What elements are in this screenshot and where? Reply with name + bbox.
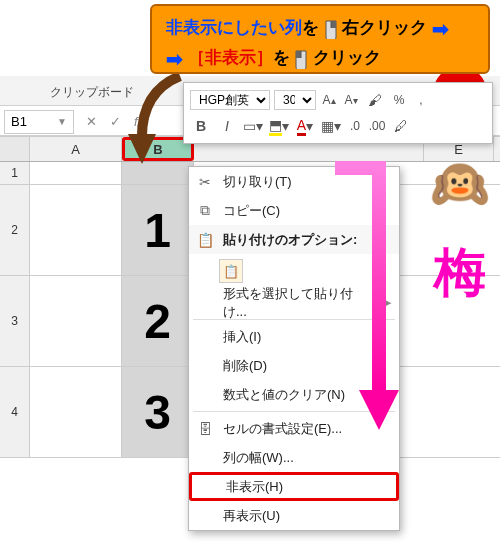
cell-b3[interactable]: 2 [122,276,194,366]
format-cells-icon: 🗄 [195,419,215,439]
merge-button[interactable]: ▦▾ [320,115,342,137]
menu-delete[interactable]: 削除(D) [189,351,399,380]
percent-icon[interactable]: % [390,89,408,111]
callout-text: 非表示にしたい列 [166,18,302,37]
group-clipboard-label: クリップボード [50,84,134,101]
context-menu: ✂ 切り取り(T) ⧉ コピー(C) 📋 貼り付けのオプション: 📋 形式を選択… [188,166,400,531]
increase-font-icon[interactable]: A▴ [320,89,338,111]
menu-paste-options: 📋 [189,254,399,288]
arrow-right-icon: ➡ [432,18,449,40]
bold-button[interactable]: B [190,115,212,137]
svg-rect-0 [331,21,336,28]
ume-text: 梅 [425,228,495,318]
cell[interactable] [30,185,122,275]
menu-cut[interactable]: ✂ 切り取り(T) [189,167,399,196]
monkey-icon: 🙉 [425,138,495,228]
instruction-callout: 非表示にしたい列を 右クリック ➡ ➡ ［非表示］を クリック [150,4,490,74]
cell-b4[interactable]: 3 [122,367,194,457]
confirm-formula-icon[interactable]: ✓ [106,114,124,129]
mini-toolbar: HGP創英 30 A▴ A▾ 🖌 % , B I ▭▾ ⬒▾ A▾ ▦▾ .0 … [183,82,493,144]
mouse-right-icon [324,19,338,39]
menu-insert[interactable]: 挿入(I) [189,322,399,351]
menu-col-width[interactable]: 列の幅(W)... [189,443,399,472]
menu-paste-options-header: 📋 貼り付けのオプション: [189,225,399,254]
cancel-formula-icon[interactable]: ✕ [82,114,100,129]
paste-default-button[interactable]: 📋 [219,259,243,283]
cell-b2[interactable]: 1 [122,185,194,275]
format-painter-icon[interactable]: 🖌 [364,89,386,111]
font-size-select[interactable]: 30 [274,90,316,110]
menu-hide[interactable]: 非表示(H) [189,472,399,501]
fill-color-button[interactable]: ⬒▾ [268,115,290,137]
copy-icon: ⧉ [195,201,215,221]
clipboard-icon: 📋 [195,230,215,250]
comma-icon[interactable]: , [412,89,430,111]
row-header-2[interactable]: 2 [0,185,30,275]
submenu-arrow-icon: ▶ [383,296,391,309]
format-button[interactable]: 🖊 [390,115,412,137]
cell[interactable] [30,162,122,184]
italic-button[interactable]: I [216,115,238,137]
menu-separator [193,411,395,412]
font-color-button[interactable]: A▾ [294,115,316,137]
col-header-a[interactable]: A [30,137,122,161]
name-box[interactable]: B1 ▼ [4,110,74,134]
menu-format-cells[interactable]: 🗄 セルの書式設定(E)... [189,414,399,443]
arrow-right-icon: ➡ [166,48,183,70]
decimal-dec-icon[interactable]: .0 [346,115,364,137]
border-button[interactable]: ▭▾ [242,115,264,137]
menu-paste-special[interactable]: 形式を選択して貼り付け... ▶ [189,288,399,317]
menu-unhide[interactable]: 再表示(U) [189,501,399,530]
row-header-3[interactable]: 3 [0,276,30,366]
cell[interactable] [30,276,122,366]
mouse-left-icon [294,49,308,69]
font-name-select[interactable]: HGP創英 [190,90,270,110]
select-all-corner[interactable] [0,137,30,161]
scissors-icon: ✂ [195,172,215,192]
cell[interactable] [30,367,122,457]
fx-icon[interactable]: fx [130,114,148,129]
menu-copy[interactable]: ⧉ コピー(C) [189,196,399,225]
svg-rect-2 [296,51,301,58]
decrease-font-icon[interactable]: A▾ [342,89,360,111]
menu-clear[interactable]: 数式と値のクリア(N) [189,380,399,409]
decimal-inc-icon[interactable]: .00 [368,115,386,137]
chevron-down-icon[interactable]: ▼ [57,116,67,127]
cell-selected[interactable] [122,162,194,184]
row-header-1[interactable]: 1 [0,162,30,184]
row-header-4[interactable]: 4 [0,367,30,457]
